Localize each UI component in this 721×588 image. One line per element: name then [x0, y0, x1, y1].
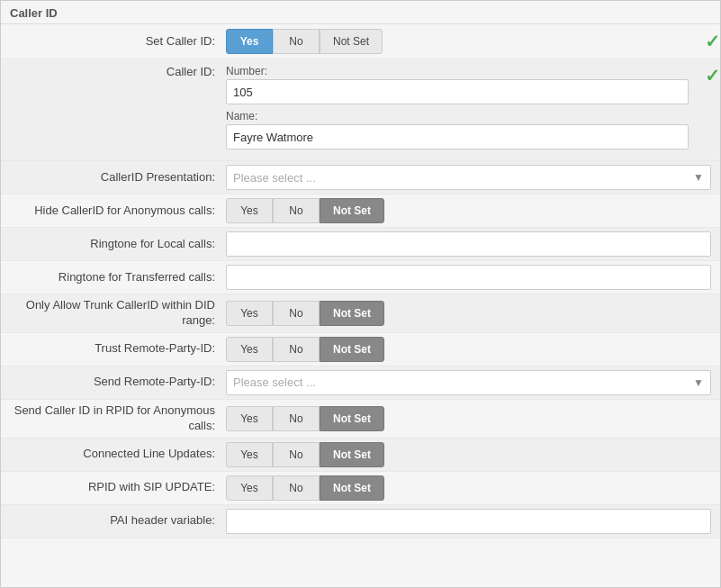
send-callerid-rpid-yes-btn[interactable]: Yes: [226, 406, 273, 431]
ringtone-transferred-row: Ringtone for Transferred calls:: [1, 261, 720, 294]
ringtone-local-label: Ringtone for Local calls:: [1, 237, 226, 252]
caller-id-panel: Caller ID Set Caller ID: Yes No Not Set …: [0, 0, 721, 588]
trunk-callerid-notset-btn[interactable]: Not Set: [320, 301, 384, 326]
caller-id-number-input[interactable]: [226, 79, 689, 104]
ringtone-local-row: Ringtone for Local calls:: [1, 228, 720, 261]
caller-id-label: Caller ID:: [1, 65, 226, 80]
caller-id-name-row: Name:: [226, 110, 689, 149]
trust-remote-party-row: Trust Remote-Party-ID: Yes No Not Set: [1, 333, 720, 366]
send-remote-party-select-wrapper: Please select ... ▼: [226, 370, 711, 395]
hide-callerid-btngroup: Yes No Not Set: [226, 198, 384, 223]
connected-line-btngroup: Yes No Not Set: [226, 442, 384, 467]
rpid-sip-no-btn[interactable]: No: [273, 475, 320, 501]
callerid-presentation-select[interactable]: Please select ...: [226, 165, 711, 190]
callerid-presentation-row: CallerID Presentation: Please select ...…: [1, 161, 720, 194]
send-callerid-rpid-no-btn[interactable]: No: [273, 406, 320, 431]
trust-remote-notset-btn[interactable]: Not Set: [320, 337, 384, 362]
ringtone-local-control: [226, 231, 720, 257]
pai-header-control: [226, 509, 720, 534]
caller-id-fields: Number: Name:: [226, 65, 698, 155]
trunk-callerid-did-label: Only Allow Trunk CallerID within DID ran…: [1, 298, 226, 329]
callerid-presentation-control: Please select ... ▼: [226, 165, 720, 190]
hide-callerid-yes-btn[interactable]: Yes: [226, 198, 273, 223]
trunk-callerid-did-control: Yes No Not Set: [226, 301, 720, 326]
trust-remote-party-label: Trust Remote-Party-ID:: [1, 341, 226, 357]
connected-line-row: Connected Line Updates: Yes No Not Set: [1, 439, 720, 472]
ringtone-transferred-control: [226, 265, 720, 290]
connected-line-yes-btn[interactable]: Yes: [226, 442, 273, 467]
caller-id-row: Caller ID: Number: Name: ✓: [1, 59, 720, 161]
set-caller-id-btngroup: Yes No Not Set: [226, 29, 383, 54]
ringtone-local-input[interactable]: [226, 231, 711, 257]
send-callerid-rpid-notset-btn[interactable]: Not Set: [320, 406, 384, 431]
send-callerid-rpid-btngroup: Yes No Not Set: [226, 406, 384, 431]
trunk-callerid-did-row: Only Allow Trunk CallerID within DID ran…: [1, 294, 720, 333]
name-field-label: Name:: [226, 110, 689, 122]
hide-callerid-control: Yes No Not Set: [226, 198, 720, 223]
set-caller-id-no-btn[interactable]: No: [273, 29, 320, 54]
connected-line-no-btn[interactable]: No: [273, 442, 320, 467]
pai-header-input[interactable]: [226, 509, 711, 534]
trunk-callerid-no-btn[interactable]: No: [273, 301, 320, 326]
connected-line-notset-btn[interactable]: Not Set: [320, 442, 384, 467]
connected-line-label: Connected Line Updates:: [1, 447, 226, 462]
rpid-sip-yes-btn[interactable]: Yes: [226, 475, 273, 501]
rpid-sip-update-row: RPID with SIP UPDATE: Yes No Not Set: [1, 472, 720, 505]
ringtone-transferred-label: Ringtone for Transferred calls:: [1, 270, 226, 285]
trunk-callerid-did-btngroup: Yes No Not Set: [226, 301, 384, 326]
send-callerid-rpid-control: Yes No Not Set: [226, 406, 720, 431]
trust-remote-yes-btn[interactable]: Yes: [226, 337, 273, 362]
set-caller-id-check-icon: ✓: [705, 31, 720, 52]
trust-remote-party-control: Yes No Not Set: [226, 337, 720, 362]
set-caller-id-control: Yes No Not Set: [226, 29, 698, 54]
ringtone-transferred-input[interactable]: [226, 265, 711, 290]
pai-header-row: PAI header variable:: [1, 505, 720, 538]
hide-callerid-label: Hide CallerID for Anonymous calls:: [1, 204, 226, 219]
number-field-label: Number:: [226, 65, 689, 77]
set-caller-id-label: Set Caller ID:: [1, 34, 226, 50]
caller-id-name-input[interactable]: [226, 124, 689, 149]
send-remote-party-select[interactable]: Please select ...: [226, 370, 711, 395]
hide-callerid-no-btn[interactable]: No: [273, 198, 320, 223]
trunk-callerid-yes-btn[interactable]: Yes: [226, 301, 273, 326]
callerid-presentation-label: CallerID Presentation:: [1, 170, 226, 185]
send-callerid-rpid-label: Send Caller ID in RPID for Anonymous cal…: [1, 403, 226, 434]
send-remote-party-label: Send Remote-Party-ID:: [1, 375, 226, 390]
send-remote-party-row: Send Remote-Party-ID: Please select ... …: [1, 366, 720, 400]
hide-callerid-notset-btn[interactable]: Not Set: [320, 198, 384, 223]
set-caller-id-notset-btn[interactable]: Not Set: [320, 29, 383, 54]
rpid-sip-update-label: RPID with SIP UPDATE:: [1, 480, 226, 495]
connected-line-control: Yes No Not Set: [226, 442, 720, 467]
hide-callerid-row: Hide CallerID for Anonymous calls: Yes N…: [1, 194, 720, 228]
caller-id-number-row: Number:: [226, 65, 689, 104]
pai-header-label: PAI header variable:: [1, 513, 226, 529]
set-caller-id-row: Set Caller ID: Yes No Not Set ✓: [1, 24, 720, 59]
trust-remote-party-btngroup: Yes No Not Set: [226, 337, 384, 362]
rpid-sip-update-control: Yes No Not Set: [226, 475, 720, 501]
trust-remote-no-btn[interactable]: No: [273, 337, 320, 362]
callerid-presentation-select-wrapper: Please select ... ▼: [226, 165, 711, 190]
rpid-sip-notset-btn[interactable]: Not Set: [320, 475, 384, 501]
send-remote-party-control: Please select ... ▼: [226, 370, 720, 395]
set-caller-id-yes-btn[interactable]: Yes: [226, 29, 273, 54]
send-callerid-rpid-row: Send Caller ID in RPID for Anonymous cal…: [1, 400, 720, 439]
rpid-sip-update-btngroup: Yes No Not Set: [226, 475, 384, 501]
caller-id-check-icon: ✓: [705, 65, 720, 86]
panel-title: Caller ID: [1, 1, 720, 24]
